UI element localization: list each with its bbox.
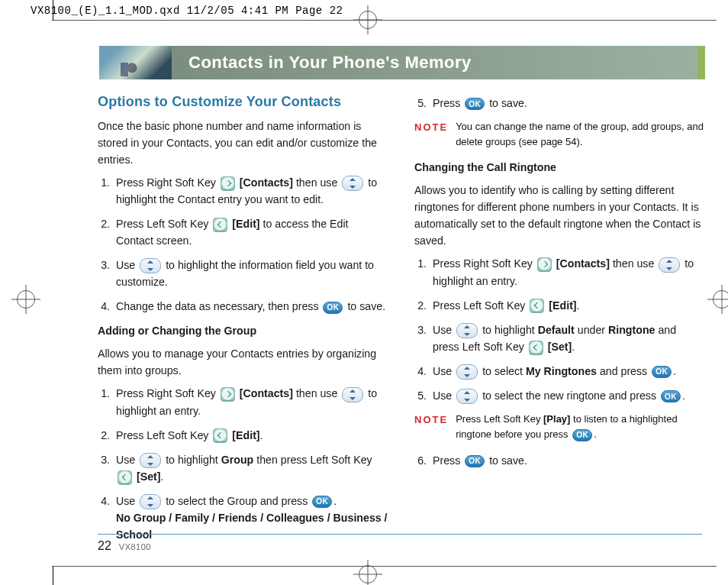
- step: Use to highlight Default under Ringtone …: [430, 322, 705, 355]
- customize-steps: Press Right Soft Key [Contacts] then use…: [98, 174, 388, 315]
- text: then press Left Soft Key: [256, 454, 372, 466]
- step: Press OK to save.: [430, 452, 705, 469]
- note: NOTE Press Left Soft Key [Play] to liste…: [414, 412, 705, 442]
- step: Press Left Soft Key [Edit] to access the…: [113, 215, 388, 249]
- ok-key-icon: OK: [572, 429, 592, 441]
- group-heading: Adding or Changing the Group: [98, 322, 388, 339]
- nav-key-icon: [342, 387, 363, 402]
- step: Press Right Soft Key [Contacts] then use…: [430, 255, 705, 289]
- ok-key-icon: OK: [465, 98, 485, 110]
- text: Press Left Soft Key: [456, 413, 543, 425]
- text: to select: [482, 365, 526, 377]
- text: Press Right Soft Key: [433, 257, 536, 270]
- text: .: [260, 429, 263, 441]
- text: [Set]: [137, 470, 161, 483]
- intro-text: Once the basic phone number and name inf…: [98, 118, 388, 168]
- text: .: [160, 470, 163, 483]
- text: and press: [600, 365, 650, 377]
- text: then use: [296, 387, 340, 399]
- text: then use: [613, 257, 657, 270]
- text: [Contacts]: [240, 387, 293, 399]
- text: Use: [433, 365, 455, 377]
- text: Press Left Soft Key: [116, 218, 211, 230]
- nav-key-icon: [456, 364, 478, 380]
- nav-key-icon: [456, 389, 478, 404]
- note-label: NOTE: [414, 412, 448, 442]
- left-soft-key-icon: [529, 341, 543, 355]
- text: My Ringtones: [526, 365, 597, 377]
- text: Press: [433, 454, 463, 467]
- column-left: Options to Customize Your Contacts Once …: [98, 92, 388, 532]
- left-soft-key-icon: [118, 470, 132, 485]
- text: under: [578, 324, 608, 336]
- nav-key-icon: [456, 323, 478, 338]
- text: .: [572, 341, 575, 353]
- text: to highlight: [482, 324, 538, 336]
- nav-key-icon: [659, 257, 680, 273]
- group-steps: Press Right Soft Key [Contacts] then use…: [98, 385, 388, 543]
- banner-accent: [697, 46, 705, 79]
- print-header: VX8100_(E)_1.1_MOD.qxd 11/2/05 4:41 PM P…: [31, 5, 343, 17]
- left-soft-key-icon: [213, 428, 227, 443]
- right-soft-key-icon: [221, 387, 235, 402]
- text: [Play]: [543, 413, 570, 425]
- text: [Edit]: [232, 429, 259, 441]
- ok-key-icon: OK: [465, 455, 485, 467]
- note: NOTE You can change the name of the grou…: [414, 119, 705, 150]
- text: then use: [296, 176, 340, 189]
- text: Press Left Soft Key: [433, 299, 528, 312]
- model-name: VX8100: [119, 542, 151, 551]
- ringtone-heading: Changing the Call Ringtone: [414, 159, 705, 176]
- right-soft-key-icon: [221, 176, 235, 191]
- text: Press: [433, 97, 463, 109]
- step: Press OK to save.: [430, 95, 705, 112]
- note-body: Press Left Soft Key [Play] to listen to …: [456, 412, 705, 442]
- text: to select the new ringtone and press: [482, 389, 659, 402]
- group-intro: Allows you to manage your Contacts entri…: [98, 345, 388, 379]
- crop-mark-top: [359, 11, 377, 29]
- text: [Edit]: [232, 218, 259, 230]
- nav-key-icon: [140, 453, 161, 468]
- text: Change the data as necessary, then press: [116, 300, 321, 312]
- section-title: Options to Customize Your Contacts: [98, 92, 388, 113]
- crop-mark-left: [17, 290, 35, 309]
- ok-key-icon: OK: [661, 390, 681, 402]
- step: Press Right Soft Key [Contacts] then use…: [113, 174, 388, 208]
- step: Press Left Soft Key [Edit].: [113, 427, 388, 444]
- ok-key-icon: OK: [323, 302, 343, 314]
- ok-key-icon: OK: [312, 496, 332, 508]
- crop-mark-bottom: [359, 565, 377, 583]
- text: Use: [116, 495, 138, 507]
- ringtone-intro: Allows you to identify who is calling by…: [414, 182, 705, 249]
- text: .: [594, 428, 597, 440]
- note-body: You can change the name of the group, ad…: [456, 119, 705, 150]
- text: Ringtone: [608, 324, 655, 336]
- text: Press Left Soft Key: [116, 429, 211, 441]
- step: Press Right Soft Key [Contacts] then use…: [113, 385, 388, 419]
- nav-key-icon: [140, 494, 161, 509]
- note-label: NOTE: [414, 119, 448, 150]
- text: Default: [538, 324, 575, 336]
- nav-key-icon: [342, 176, 363, 191]
- step: Use to highlight Group then press Left S…: [113, 451, 388, 485]
- step: Press Left Soft Key [Edit].: [430, 297, 705, 314]
- crop-line: [53, 0, 53, 20]
- crop-line: [53, 567, 53, 585]
- text: to save.: [347, 300, 385, 312]
- crop-mark-right: [713, 290, 728, 309]
- step: Use to highlight the information field y…: [113, 257, 388, 290]
- text: Use: [433, 389, 455, 402]
- text: Use: [433, 324, 455, 336]
- column-right: Press OK to save. NOTE You can change th…: [414, 92, 705, 532]
- text: [Edit]: [549, 299, 576, 312]
- banner-title: Contacts in Your Phone's Memory: [172, 46, 697, 79]
- step: Change the data as necessary, then press…: [113, 298, 388, 315]
- page-content: Options to Customize Your Contacts Once …: [98, 92, 705, 532]
- text: .: [333, 495, 337, 507]
- banner-image: [99, 46, 172, 79]
- text: .: [673, 365, 676, 377]
- step: Use to select the new ringtone and press…: [430, 387, 705, 404]
- text: Use: [116, 454, 138, 466]
- ok-key-icon: OK: [652, 366, 672, 378]
- text: Use: [116, 259, 138, 271]
